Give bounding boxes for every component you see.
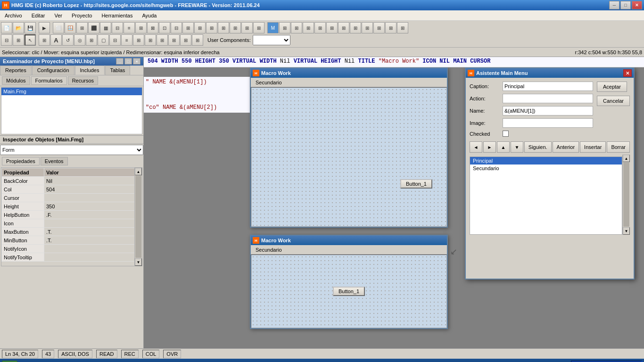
btn-borrar[interactable]: Borrar: [607, 141, 630, 153]
tool-t15[interactable]: ⊞: [241, 22, 253, 33]
tool-m10[interactable]: ⊞: [373, 22, 385, 33]
tool-open[interactable]: 📂: [13, 22, 24, 33]
tool-t2[interactable]: ⬛: [88, 22, 99, 33]
tool-m8[interactable]: ⊞: [350, 22, 361, 33]
tool2-4[interactable]: ↺: [62, 34, 74, 46]
tool-m7[interactable]: ⊞: [338, 22, 349, 33]
prop-value-minbutton[interactable]: .T.: [44, 236, 142, 245]
tool2-8[interactable]: ⊟: [109, 34, 121, 46]
prop-value-cursor[interactable]: [44, 194, 142, 202]
tool2-cursor[interactable]: ↖: [25, 34, 36, 46]
tool-t10[interactable]: ⊞: [182, 22, 194, 33]
tool-m3[interactable]: ⊞: [291, 22, 302, 33]
tool-run[interactable]: ▶: [39, 22, 50, 33]
tool2-6[interactable]: ⊞: [86, 34, 97, 46]
user-components-select[interactable]: [253, 35, 290, 45]
tab-tablas[interactable]: Tablas: [105, 66, 131, 75]
prop-value-icon[interactable]: [44, 219, 142, 228]
menu-editar[interactable]: Editar: [29, 12, 48, 19]
tool-t16[interactable]: ⊞: [253, 22, 264, 33]
menu-item-principal[interactable]: Principal: [470, 157, 622, 165]
inspector-tab-eventos[interactable]: Eventos: [41, 157, 68, 165]
nav-btn-prev[interactable]: ◄: [470, 141, 482, 153]
form-button-1[interactable]: Button_1: [400, 179, 432, 189]
form-button-2[interactable]: Button_1: [333, 287, 365, 296]
maximize-button[interactable]: □: [620, 1, 631, 9]
tool-t5[interactable]: ≡: [124, 22, 135, 33]
btn-insertar[interactable]: Insertar: [580, 141, 606, 153]
tool-m2[interactable]: ⊞: [279, 22, 290, 33]
tab-configuracion[interactable]: Configuración: [32, 66, 74, 75]
menu-proyecto[interactable]: Proyecto: [69, 12, 95, 19]
form-window-2[interactable]: H Macro Work Secundario Button_1: [250, 235, 448, 329]
tool-m4[interactable]: ⊞: [303, 22, 314, 33]
tool-t7[interactable]: ⊠: [147, 22, 158, 33]
tool-save[interactable]: 💾: [25, 22, 36, 33]
tool-win[interactable]: 🪟: [65, 22, 76, 33]
scroll-thumb[interactable]: [135, 176, 141, 258]
tool-m9[interactable]: ⊞: [362, 22, 373, 33]
tool-new[interactable]: 📄: [1, 22, 12, 33]
tab-reportes[interactable]: Reportes: [0, 66, 32, 75]
tool2-A[interactable]: A: [50, 34, 62, 46]
tool2-14[interactable]: ⊞: [180, 34, 191, 46]
field-input-action[interactable]: [503, 94, 593, 103]
props-scrollbar[interactable]: ▲ ▼: [134, 168, 142, 266]
file-item-main[interactable]: Main.Fmg: [1, 88, 142, 95]
prop-value-col[interactable]: 504: [44, 185, 142, 194]
nav-btn-up[interactable]: ▲: [497, 141, 510, 153]
inspector-object-select[interactable]: Form: [0, 145, 143, 155]
nav-btn-down[interactable]: ▼: [511, 141, 523, 153]
tool2-11[interactable]: ⊞: [145, 34, 156, 46]
field-input-caption[interactable]: [503, 82, 593, 91]
close-button[interactable]: ✕: [632, 1, 642, 9]
tab-includes[interactable]: Includes: [75, 66, 105, 75]
tool-t4[interactable]: ⊟: [112, 22, 123, 33]
dlg-scroll-down[interactable]: ▼: [623, 227, 630, 235]
dialog-aceptar-btn[interactable]: Aceptar: [597, 82, 627, 92]
tool2-12[interactable]: ⊞: [157, 34, 168, 46]
tool2-3[interactable]: ⊞: [39, 34, 50, 46]
tool-m5[interactable]: ⊞: [314, 22, 326, 33]
tool2-13[interactable]: ⊞: [168, 34, 180, 46]
prop-value-height[interactable]: 350: [44, 202, 142, 211]
inspector-tab-propiedades[interactable]: Propiedades: [2, 157, 40, 165]
dialog-scrollbar[interactable]: ▲ ▼: [622, 155, 630, 235]
prop-value-backcolor[interactable]: Nil: [44, 177, 142, 185]
tool-t9[interactable]: ⊟: [171, 22, 182, 33]
prop-value-notifytooltip[interactable]: [44, 253, 142, 262]
menu-archivo[interactable]: Archivo: [2, 12, 25, 19]
btn-siguien[interactable]: Siguien.: [524, 141, 552, 153]
tool-m6[interactable]: ⊞: [326, 22, 338, 33]
scroll-down-btn[interactable]: ▼: [135, 258, 142, 266]
field-input-name[interactable]: [503, 106, 593, 115]
tool-m12[interactable]: ⊞: [397, 22, 408, 33]
scroll-up-btn[interactable]: ▲: [135, 168, 142, 175]
tool-t11[interactable]: ⊞: [194, 22, 206, 33]
prop-value-maxbutton[interactable]: .T.: [44, 228, 142, 236]
tool2-10[interactable]: ⊞: [133, 34, 144, 46]
panel-min-btn[interactable]: _: [116, 58, 124, 65]
sub-tab-modulos[interactable]: Módulos: [2, 76, 30, 85]
prop-value-helpbutton[interactable]: .F.: [44, 211, 142, 219]
form-menu-secundario-2[interactable]: Secundario: [253, 247, 285, 253]
sub-tab-formularios[interactable]: Formularios: [31, 76, 67, 85]
tool-t1[interactable]: ⊞: [76, 22, 88, 33]
btn-anterior[interactable]: Anterior: [553, 141, 579, 153]
menu-herramientas[interactable]: Herramientas: [99, 12, 135, 19]
tool-t3[interactable]: ▦: [100, 22, 111, 33]
tool-t6[interactable]: ⊞: [135, 22, 147, 33]
tool2-1[interactable]: ⊟: [1, 34, 12, 46]
menu-ayuda[interactable]: Ayuda: [139, 12, 159, 19]
tool2-15[interactable]: ⊞: [192, 34, 203, 46]
dlg-scroll-thumb[interactable]: [623, 163, 629, 227]
form-window-1[interactable]: H Macro Work Secundario Button_1: [250, 67, 448, 228]
field-input-image[interactable]: [503, 118, 593, 128]
menu-item-secundario[interactable]: Secundario: [470, 165, 622, 172]
tool-t12[interactable]: ⊞: [206, 22, 217, 33]
minimize-button[interactable]: ─: [609, 1, 619, 9]
nav-btn-next[interactable]: ►: [483, 141, 496, 153]
tool-form[interactable]: ⬜: [53, 22, 64, 33]
tool-t8[interactable]: ⊡: [159, 22, 170, 33]
prop-value-notifyicon[interactable]: [44, 245, 142, 253]
